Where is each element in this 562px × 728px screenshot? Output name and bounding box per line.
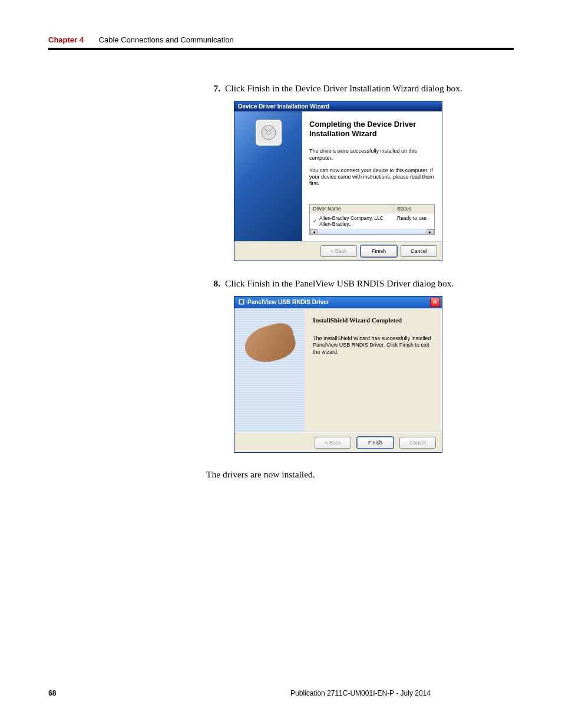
page-number: 68 — [48, 689, 207, 697]
table-header: Driver Name Status — [310, 205, 434, 213]
dialog-content: InstallShield Wizard Completed The Insta… — [305, 308, 441, 432]
finish-button[interactable]: Finish — [357, 437, 394, 449]
dialog-para-2: You can now connect your device to this … — [309, 167, 435, 187]
scroll-track[interactable] — [318, 229, 427, 234]
page-footer: 68 Publication 2711C-UM001I-EN-P - July … — [48, 689, 514, 697]
step-8: 8. Click Finish in the PanelView USB RND… — [206, 278, 514, 290]
horizontal-scrollbar[interactable]: ◄ ► — [310, 229, 434, 235]
dialog-title-text: PanelView USB RNDIS Driver — [247, 299, 329, 305]
dialog-footer: < Back Finish Cancel — [234, 241, 442, 261]
finish-button[interactable]: Finish — [361, 245, 397, 257]
publication-info: Publication 2711C-UM001I-EN-P - July 201… — [207, 689, 514, 697]
close-button[interactable]: × — [430, 298, 440, 307]
panelview-rndis-dialog: PanelView USB RNDIS Driver × InstallShie… — [234, 296, 442, 453]
back-button: < Back — [320, 245, 357, 257]
dialog-para: The InstallShield Wizard has successfull… — [313, 335, 433, 356]
svg-rect-3 — [240, 300, 243, 304]
driver-table: Driver Name Status ✓ Allen-Bradley Compa… — [309, 204, 435, 235]
dialog-content: Completing the Device Driver Installatio… — [302, 111, 442, 241]
dialog-2-wrap: PanelView USB RNDIS Driver × InstallShie… — [234, 296, 514, 453]
dialog-1-wrap: Device Driver Installation Wizard Comple… — [234, 101, 514, 261]
dialog-heading: Completing the Device Driver Installatio… — [309, 120, 435, 139]
dialog-para-1: The drivers were successfully installed … — [309, 148, 435, 162]
step-text: Click Finish in the PanelView USB RNDIS … — [225, 278, 514, 290]
step-number: 8. — [206, 278, 220, 290]
col-driver-name[interactable]: Driver Name — [310, 205, 394, 213]
step-number: 7. — [206, 83, 220, 95]
content-area: 7. Click Finish in the Device Driver Ins… — [206, 83, 514, 480]
col-status[interactable]: Status — [394, 205, 434, 213]
scroll-right-icon[interactable]: ► — [427, 229, 434, 234]
cd-icon — [256, 120, 282, 146]
step-text: Click Finish in the Device Driver Instal… — [225, 83, 514, 95]
checkmark-icon: ✓ — [313, 218, 318, 224]
scroll-left-icon[interactable]: ◄ — [310, 229, 318, 234]
dialog-body: InstallShield Wizard Completed The Insta… — [234, 308, 442, 433]
wrench-graphic — [241, 319, 299, 367]
installer-icon — [238, 298, 245, 307]
dialog-titlebar[interactable]: PanelView USB RNDIS Driver × — [234, 297, 442, 308]
driver-name-cell: Allen-Bradley Company, LLC Allen-Bradley… — [319, 215, 391, 227]
cancel-button: Cancel — [399, 437, 436, 449]
chapter-title: Cable Connections and Communication — [99, 35, 234, 44]
driver-status-cell: Ready to use — [394, 213, 434, 229]
dialog-titlebar[interactable]: Device Driver Installation Wizard — [234, 101, 442, 111]
dialog-footer: < Back Finish Cancel — [234, 433, 442, 452]
dialog-body: Completing the Device Driver Installatio… — [234, 111, 442, 241]
svg-point-1 — [267, 131, 270, 134]
dialog-heading: InstallShield Wizard Completed — [313, 317, 433, 324]
closing-text: The drivers are now installed. — [206, 469, 514, 480]
table-row[interactable]: ✓ Allen-Bradley Company, LLC Allen-Bradl… — [310, 213, 434, 229]
dialog-sidebar-graphic — [235, 308, 305, 432]
close-icon: × — [434, 299, 437, 305]
back-button: < Back — [315, 437, 351, 449]
dialog-sidebar-graphic — [234, 111, 302, 241]
device-driver-wizard-dialog: Device Driver Installation Wizard Comple… — [234, 101, 442, 261]
step-7: 7. Click Finish in the Device Driver Ins… — [206, 83, 514, 95]
page-header: Chapter 4 Cable Connections and Communic… — [48, 35, 514, 50]
cancel-button[interactable]: Cancel — [401, 245, 437, 257]
chapter-label: Chapter 4 — [48, 35, 84, 44]
